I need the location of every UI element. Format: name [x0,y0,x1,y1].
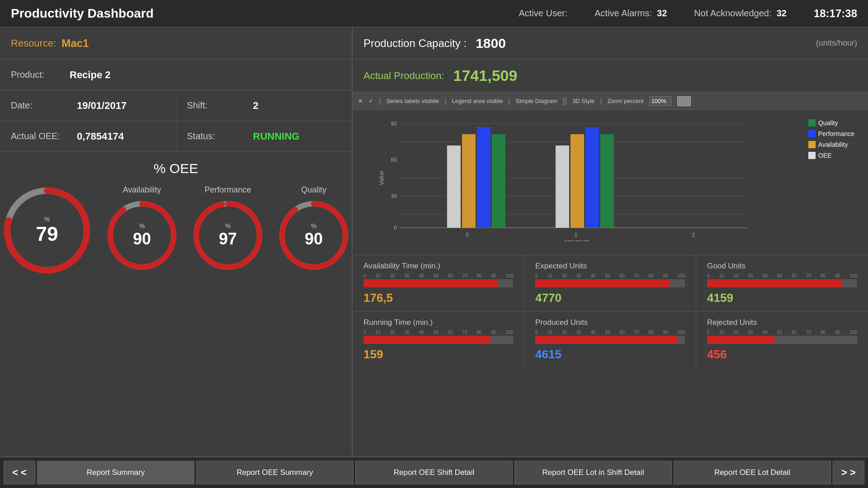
availability-text: % 90 [133,222,151,249]
legend-quality-label: Quality [818,119,838,127]
stat-avail-time-value: 176,5 [363,291,513,305]
report-oee-summary-button[interactable]: Report OEE Summary [196,461,354,484]
stat-good-scale: 0102030405060708090100 [707,273,857,278]
oee-status-row: Actual OEE: 0,7854174 Status: RUNNING [0,121,352,152]
actual-production-row: Actual Production: 1741,509 [353,60,868,92]
active-user-label: Active User: [519,8,567,19]
stat-running-value: 159 [363,347,513,361]
date-cell: Date: 19/01/2017 [0,90,176,121]
next-button[interactable]: > > [833,461,864,484]
legend-performance-label: Performance [818,130,854,137]
stat-running-fill [363,336,491,344]
y-axis-label: Value [378,171,385,185]
active-alarms: Active Alarms: 32 [594,8,667,19]
oee-number: 79 [36,223,58,245]
stat-produced-scale: 0102030405060708090100 [535,330,685,335]
resource-value: Mac1 [61,37,89,50]
stat-running-time: Running Time (min.) 01020304050607080901… [353,312,524,368]
stat-avail-time-scale: 0102030405060708090100 [363,273,513,278]
oee-circle-text: % 79 [36,216,58,245]
chart-legend: Quality Performance Availability OEE [804,115,859,250]
quality-label: Quality [301,185,326,195]
stat-rejected-units: Rejected Units 0102030405060708090100 45… [696,312,868,368]
status-label: Status: [187,131,246,141]
not-ack-value: 32 [777,8,787,18]
legend-quality: Quality [808,119,854,127]
chart-area: Value 90 60 30 0 0 [353,110,868,255]
chart-check-btn[interactable]: ✓ [368,98,373,104]
stat-running-label: Running Time (min.) [363,318,513,327]
stat-expected-fill [535,279,670,287]
left-panel: Resource: Mac1 Product: Recipe 2 Date: 1… [0,27,353,456]
production-capacity-row: Production Capacity : 1800 (units/hour) [353,27,868,60]
bar-availability-1 [571,134,584,228]
report-oee-shift-detail-button[interactable]: Report OEE Shift Detail [355,461,513,484]
availability-circle: % 90 [106,199,178,272]
resource-label: Resource: [11,38,56,49]
series-labels-btn[interactable]: Series labels visibile [386,98,439,104]
oee-circle-group: % 79 [2,185,92,276]
availability-circle-group: Availability % 90 [106,185,178,272]
bar-performance-0 [477,127,491,228]
svg-text:90: 90 [391,121,397,127]
stat-running-scale: 0102030405060708090100 [363,330,513,335]
bar-quality-0 [492,134,505,228]
availability-label: Availability [123,185,161,195]
stat-produced-label: Produced Units [535,318,685,327]
zoom-slider-btn[interactable] [677,96,691,106]
oee-section: % OEE % 79 [0,152,352,456]
chart-close-btn[interactable]: ✕ [358,98,363,104]
not-acknowledged: Not Acknowledged: 32 [694,8,787,19]
report-summary-button[interactable]: Report Summary [37,461,194,484]
oee-value: 0,7854174 [77,131,124,142]
stat-produced-fill [535,336,677,344]
legend-availability-color [808,141,816,148]
stat-rejected-label: Rejected Units [707,318,857,327]
oee-circle: % 79 [2,185,92,276]
toolbar-sep1: | [379,97,381,105]
stat-produced-units: Produced Units 0102030405060708090100 46… [524,312,696,368]
capacity-label: Production Capacity : [363,37,467,50]
footer: < < Report Summary Report OEE Summary Re… [0,456,868,488]
svg-text:60: 60 [391,157,397,163]
prev-button[interactable]: < < [4,461,35,484]
right-panel: Production Capacity : 1800 (units/hour) … [353,27,868,456]
legend-performance: Performance [808,130,854,137]
stat-avail-time-fill [363,279,498,287]
svg-text:Argument: Argument [563,238,589,241]
stat-availability-time: Availability Time (min.) 010203040506070… [353,255,524,312]
stat-rejected-fill [707,336,774,344]
report-oee-lot-detail-button[interactable]: Report OEE Lot Detail [674,461,831,484]
stat-good-label: Good Units [707,262,857,271]
stat-good-units: Good Units 0102030405060708090100 4159 [696,255,868,312]
quality-number: 90 [305,230,323,249]
active-alarms-value: 32 [657,8,667,18]
svg-text:0: 0 [466,232,469,238]
legend-oee-color [808,152,816,159]
style-3d-btn[interactable]: 3D Style [572,98,594,104]
status-value: RUNNING [253,131,300,142]
legend-area-btn[interactable]: Legend area visible [452,98,503,104]
perf-pct-symbol: % [225,222,231,230]
toolbar-sep5: | [600,97,602,105]
bar-oee-0 [447,145,461,228]
bar-availability-0 [462,134,476,228]
bar-chart-svg: Value 90 60 30 0 0 [362,115,799,241]
performance-label: Performance [204,185,251,195]
svg-text:30: 30 [391,193,397,199]
zoom-input[interactable] [649,96,672,106]
simple-diagram-btn[interactable]: Simple Diagram [515,98,557,104]
zoom-btn[interactable]: Zoom percent [607,98,643,104]
chart-toolbar: ✕ ✓ | Series labels visibile | Legend ar… [353,92,868,110]
bar-oee-1 [556,145,569,228]
stat-expected-scale: 0102030405060708090100 [535,273,685,278]
bar-quality-1 [600,134,614,228]
stat-good-value: 4159 [707,291,857,305]
stat-expected-label: Expected Units [535,262,685,271]
performance-text: % 97 [219,222,237,249]
status-cell: Status: RUNNING [176,121,352,151]
actual-production-value: 1741,509 [453,67,518,84]
stat-good-fill [707,279,842,287]
report-oee-lot-shift-button[interactable]: Report OEE Lot in Shift Detail [514,461,672,484]
clock: 18:17:38 [814,7,857,20]
